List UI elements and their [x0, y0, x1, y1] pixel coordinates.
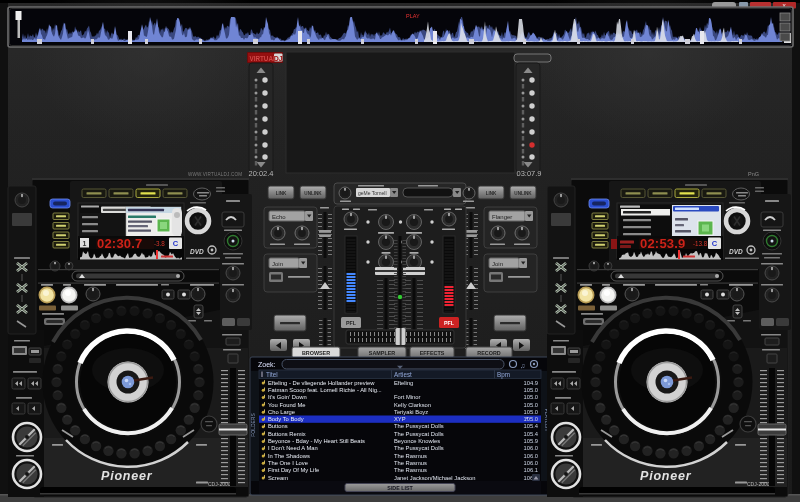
svg-text:DVD: DVD — [190, 248, 204, 255]
svg-text:C: C — [712, 239, 718, 248]
svg-text:02:30.7: 02:30.7 — [97, 236, 143, 251]
svg-text:Pioneer: Pioneer — [101, 469, 153, 483]
svg-text:1: 1 — [83, 240, 87, 247]
svg-text:C: C — [173, 239, 179, 248]
svg-text:CDJ-2000: CDJ-2000 — [208, 481, 231, 487]
svg-text:Pioneer: Pioneer — [640, 469, 692, 483]
svg-text:-13.8: -13.8 — [693, 240, 708, 247]
svg-text:PnG: PnG — [748, 171, 759, 177]
svg-text:WWW.VIRTUALDJ.COM: WWW.VIRTUALDJ.COM — [188, 172, 242, 177]
svg-text:-3.8: -3.8 — [154, 240, 165, 247]
svg-text:CDJ-2000: CDJ-2000 — [747, 481, 770, 487]
svg-text:DVD: DVD — [729, 248, 743, 255]
svg-text:02:53.9: 02:53.9 — [640, 236, 686, 251]
